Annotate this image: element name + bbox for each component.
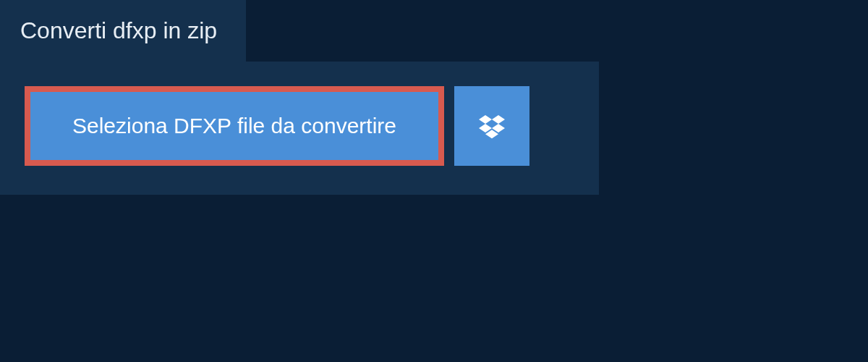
tab-title: Converti dfxp in zip: [20, 17, 217, 43]
select-file-button[interactable]: Seleziona DFXP file da convertire: [25, 86, 444, 166]
tab-header: Converti dfxp in zip: [0, 0, 246, 62]
dropbox-button[interactable]: [454, 86, 529, 166]
converter-panel: Seleziona DFXP file da convertire: [0, 62, 599, 195]
select-file-label: Seleziona DFXP file da convertire: [72, 114, 396, 138]
dropbox-icon: [479, 113, 505, 139]
